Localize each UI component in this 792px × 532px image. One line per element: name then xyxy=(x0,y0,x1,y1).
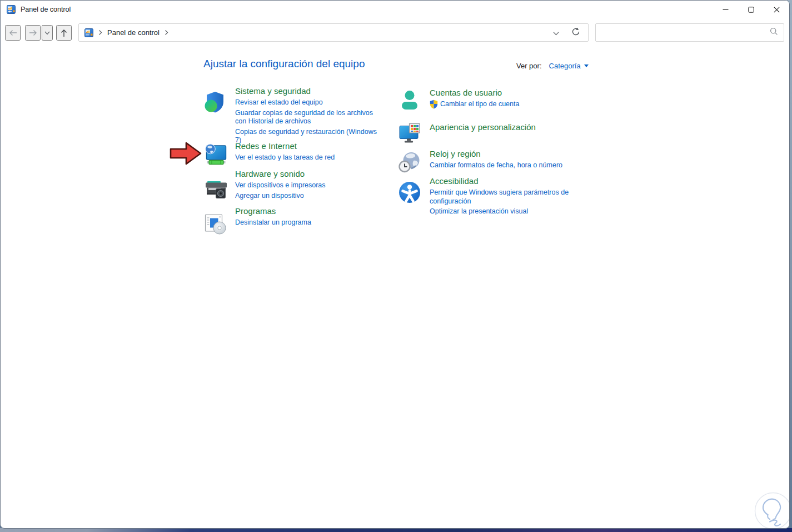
close-button[interactable] xyxy=(764,1,789,18)
category-title-programs[interactable]: Programas xyxy=(235,206,276,216)
navigation-toolbar: Panel de control xyxy=(1,23,789,43)
lightbulb-watermark-icon xyxy=(753,491,790,529)
category-title-hardware-sound[interactable]: Hardware y sonido xyxy=(235,168,305,179)
category-accessibility: Accesibilidad Permitir que Windows sugie… xyxy=(397,176,573,216)
breadcrumb-separator-icon xyxy=(98,29,102,36)
shield-security-icon[interactable] xyxy=(203,90,227,115)
accessibility-icon[interactable] xyxy=(397,180,422,205)
category-user-accounts: Cuentas de usuario Cambiar el tipo de cu… xyxy=(397,87,573,113)
search-input[interactable] xyxy=(601,28,770,37)
category-appearance: Apariencia y personalización xyxy=(397,122,573,146)
view-by-label: Ver por: xyxy=(516,62,542,70)
recent-pages-chevron[interactable] xyxy=(42,25,53,41)
appearance-monitor-icon[interactable] xyxy=(397,122,422,146)
link-windows-suggest-settings[interactable]: Permitir que Windows sugiera parámetros … xyxy=(430,188,573,206)
user-icon[interactable] xyxy=(397,88,422,113)
search-icon[interactable] xyxy=(770,27,778,38)
link-optimize-visual-display[interactable]: Optimizar la presentación visual xyxy=(430,207,573,216)
page-title: Ajustar la configuración del equipo xyxy=(203,58,365,70)
link-add-device[interactable]: Agregar un dispositivo xyxy=(235,192,384,201)
desktop-background-strip xyxy=(0,528,792,532)
chevron-down-icon xyxy=(584,64,589,67)
link-review-computer-status[interactable]: Revisar el estado del equipo xyxy=(235,98,384,107)
category-title-clock-region[interactable]: Reloj y región xyxy=(430,148,481,159)
link-uninstall-program[interactable]: Desinstalar un programa xyxy=(235,218,384,227)
program-disc-icon[interactable] xyxy=(203,211,227,236)
printer-speaker-icon[interactable] xyxy=(203,176,227,201)
category-title-network-internet[interactable]: Redes e Internet xyxy=(235,141,297,151)
minimize-button[interactable] xyxy=(713,1,738,18)
window-title: Panel de control xyxy=(21,1,71,18)
category-title-system-security[interactable]: Sistema y seguridad xyxy=(235,86,311,96)
globe-clock-icon[interactable] xyxy=(397,150,422,174)
link-change-date-time-number-formats[interactable]: Cambiar formatos de fecha, hora o número xyxy=(430,161,573,170)
category-programs: Programas Desinstalar un programa xyxy=(203,206,384,236)
link-network-status-tasks[interactable]: Ver el estado y las tareas de red xyxy=(235,153,384,162)
link-change-account-type[interactable]: Cambiar el tipo de cuenta xyxy=(430,100,573,109)
back-button[interactable] xyxy=(5,25,21,41)
uac-shield-icon xyxy=(430,100,438,109)
breadcrumb-root[interactable]: Panel de control xyxy=(107,28,160,37)
title-bar: Panel de control xyxy=(1,1,789,18)
category-title-appearance[interactable]: Apariencia y personalización xyxy=(430,122,536,132)
category-title-accessibility[interactable]: Accesibilidad xyxy=(430,176,479,186)
link-file-history-backup[interactable]: Guardar copias de seguridad de los archi… xyxy=(235,109,384,126)
link-devices-printers[interactable]: Ver dispositivos e impresoras xyxy=(235,181,384,190)
control-panel-window: Panel de control xyxy=(0,0,790,529)
view-by-control: Ver por: Categoría xyxy=(516,62,589,70)
address-dropdown-chevron[interactable] xyxy=(553,28,559,38)
up-button[interactable] xyxy=(56,25,72,41)
red-arrow-annotation xyxy=(169,141,202,166)
network-monitor-icon[interactable] xyxy=(203,142,227,166)
window-controls xyxy=(713,1,789,18)
address-bar[interactable]: Panel de control xyxy=(78,23,589,42)
category-network-internet: Redes e Internet Ver el estado y las tar… xyxy=(203,141,384,166)
category-title-user-accounts[interactable]: Cuentas de usuario xyxy=(430,87,502,98)
forward-button[interactable] xyxy=(25,25,41,41)
maximize-button[interactable] xyxy=(738,1,764,18)
breadcrumb-separator-icon[interactable] xyxy=(165,29,168,36)
view-by-dropdown[interactable]: Categoría xyxy=(549,62,589,70)
category-hardware-sound: Hardware y sonido Ver dispositivos e imp… xyxy=(203,168,384,201)
category-system-security: Sistema y seguridad Revisar el estado de… xyxy=(203,86,384,145)
refresh-icon[interactable] xyxy=(571,27,580,38)
control-panel-icon xyxy=(7,5,16,14)
category-clock-region: Reloj y región Cambiar formatos de fecha… xyxy=(397,148,573,174)
search-box[interactable] xyxy=(595,23,784,42)
breadcrumb-control-panel-icon xyxy=(84,28,93,37)
